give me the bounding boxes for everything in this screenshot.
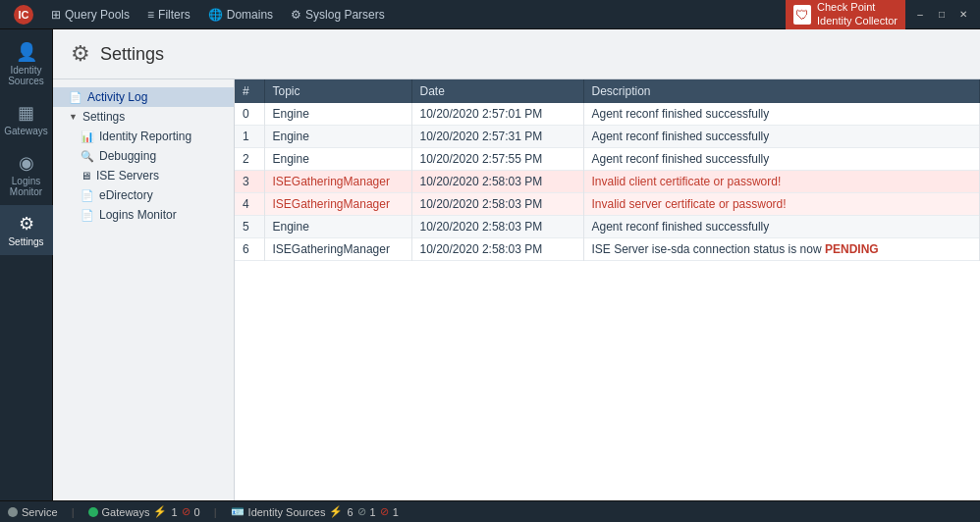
service-status-dot xyxy=(8,507,18,517)
sidebar-item-settings[interactable]: ⚙ Settings xyxy=(0,205,53,255)
table-row: 5Engine10/20/2020 2:58:03 PMAgent reconf… xyxy=(235,216,980,238)
statusbar: Service | Gateways ⚡ 1 ⊘ 0 | 🪪 Identity … xyxy=(0,500,980,522)
close-button[interactable]: ✕ xyxy=(953,4,974,26)
tree-item-logins-monitor[interactable]: 📄 Logins Monitor xyxy=(53,205,234,225)
table-row: 6ISEGatheringManager10/20/2020 2:58:03 P… xyxy=(235,238,980,261)
sidebar-item-logins-monitor[interactable]: ◉ Logins Monitor xyxy=(0,144,53,205)
table-row: 0Engine10/20/2020 2:57:01 PMAgent reconf… xyxy=(235,103,980,126)
tree-panel: 📄 Activity Log ▼ Settings 📊 Identity Rep… xyxy=(53,79,235,500)
cell-topic: Engine xyxy=(264,148,411,171)
cell-topic: ISEGatheringManager xyxy=(264,238,411,261)
cell-num: 5 xyxy=(235,216,264,238)
topbar-filters[interactable]: ≡ Filters xyxy=(139,5,198,25)
cell-date: 10/20/2020 2:57:01 PM xyxy=(411,103,583,126)
cell-date: 10/20/2020 2:58:03 PM xyxy=(411,238,583,261)
topbar: IC ⊞ Query Pools ≡ Filters 🌐 Domains ⚙ S… xyxy=(0,0,980,29)
col-header-topic: Topic xyxy=(264,79,411,103)
identity-block-icon: ⊘ xyxy=(380,505,389,518)
col-header-date: Date xyxy=(411,79,583,103)
identity-reporting-icon: 📊 xyxy=(81,130,94,143)
identity-lightning-icon: ⚡ xyxy=(329,505,343,518)
status-gateways: Gateways ⚡ 1 ⊘ 0 xyxy=(88,505,200,518)
tree-item-identity-reporting[interactable]: 📊 Identity Reporting xyxy=(53,127,234,146)
tree-item-ise-servers[interactable]: 🖥 ISE Servers xyxy=(53,166,234,185)
sidebar-nav: 👤 Identity Sources ▦ Gateways ◉ Logins M… xyxy=(0,29,53,500)
edirectory-icon: 📄 xyxy=(81,189,94,202)
cell-topic: ISEGatheringManager xyxy=(264,171,411,193)
table-row: 1Engine10/20/2020 2:57:31 PMAgent reconf… xyxy=(235,126,980,148)
cell-description: Agent reconf finished successfully xyxy=(583,216,980,238)
window-controls: – □ ✕ xyxy=(909,4,974,26)
query-pools-icon: ⊞ xyxy=(51,8,61,22)
topbar-domains[interactable]: 🌐 Domains xyxy=(200,5,281,25)
topbar-syslog-parsers[interactable]: ⚙ Syslog Parsers xyxy=(283,5,393,25)
log-table: # Topic Date Description 0Engine10/20/20… xyxy=(235,79,980,261)
table-row: 3ISEGatheringManager10/20/2020 2:58:03 P… xyxy=(235,171,980,193)
cell-num: 4 xyxy=(235,193,264,216)
gateways-icon: ▦ xyxy=(18,102,34,124)
topbar-left: IC ⊞ Query Pools ≡ Filters 🌐 Domains ⚙ S… xyxy=(6,2,393,27)
settings-icon: ⚙ xyxy=(19,213,34,235)
topbar-right: 🛡 Check Point Identity Collector – □ ✕ xyxy=(786,0,974,29)
identity-clock-icon: ⊘ xyxy=(357,505,366,518)
cell-num: 1 xyxy=(235,126,264,148)
status-identity-sources: 🪪 Identity Sources ⚡ 6 ⊘ 1 ⊘ 1 xyxy=(231,505,399,518)
activity-log-table: # Topic Date Description 0Engine10/20/20… xyxy=(235,79,980,500)
table-row: 4ISEGatheringManager10/20/2020 2:58:03 P… xyxy=(235,193,980,216)
tree-item-debugging[interactable]: 🔍 Debugging xyxy=(53,146,234,166)
domains-icon: 🌐 xyxy=(208,8,223,22)
identity-sources-icon: 👤 xyxy=(16,41,37,63)
cell-description: Invalid client certificate or password! xyxy=(583,171,980,193)
status-service: Service xyxy=(8,506,58,518)
cell-date: 10/20/2020 2:58:03 PM xyxy=(411,216,583,238)
identity-sources-status-icon: 🪪 xyxy=(231,505,245,518)
gateways-block-icon: ⊘ xyxy=(182,505,191,518)
cell-topic: Engine xyxy=(264,103,411,126)
cell-num: 0 xyxy=(235,103,264,126)
gateways-status-dot xyxy=(88,507,98,517)
sidebar-item-gateways[interactable]: ▦ Gateways xyxy=(0,94,53,144)
syslog-parsers-icon: ⚙ xyxy=(291,8,301,22)
status-separator-1: | xyxy=(72,506,75,518)
tree-item-activity-log[interactable]: 📄 Activity Log xyxy=(53,87,234,107)
cell-num: 2 xyxy=(235,148,264,171)
filters-icon: ≡ xyxy=(147,8,154,22)
cell-num: 3 xyxy=(235,171,264,193)
logins-monitor-icon: ◉ xyxy=(19,152,34,174)
cell-topic: Engine xyxy=(264,126,411,148)
cell-description: ISE Server ise-sda connection status is … xyxy=(583,238,980,261)
table-row: 2Engine10/20/2020 2:57:55 PMAgent reconf… xyxy=(235,148,980,171)
tree-item-edirectory[interactable]: 📄 eDirectory xyxy=(53,185,234,205)
content-area: ⚙ Settings 📄 Activity Log ▼ Settings 📊 I… xyxy=(53,29,980,500)
ise-servers-icon: 🖥 xyxy=(81,170,91,182)
col-header-description: Description xyxy=(583,79,980,103)
tree-item-settings-group[interactable]: ▼ Settings xyxy=(53,107,234,127)
main-area: 📄 Activity Log ▼ Settings 📊 Identity Rep… xyxy=(53,79,980,500)
activity-log-icon: 📄 xyxy=(69,91,82,104)
table-header-row: # Topic Date Description xyxy=(235,79,980,103)
page-title: Settings xyxy=(100,44,164,65)
app-logo-text: Check Point Identity Collector xyxy=(817,1,898,26)
restore-button[interactable]: □ xyxy=(931,4,953,26)
settings-header: ⚙ Settings xyxy=(53,29,980,79)
status-separator-2: | xyxy=(214,506,217,518)
settings-gear-icon: ⚙ xyxy=(71,41,90,67)
cell-description: Agent reconf finished successfully xyxy=(583,126,980,148)
cell-topic: ISEGatheringManager xyxy=(264,193,411,216)
minimize-button[interactable]: – xyxy=(909,4,931,26)
cell-date: 10/20/2020 2:58:03 PM xyxy=(411,171,583,193)
cell-topic: Engine xyxy=(264,216,411,238)
app-icon: IC xyxy=(6,2,41,27)
cell-num: 6 xyxy=(235,238,264,261)
expand-triangle-icon: ▼ xyxy=(69,112,78,122)
cell-description: Invalid server certificate or password! xyxy=(583,193,980,216)
gateways-lightning-icon: ⚡ xyxy=(153,505,167,518)
cell-date: 10/20/2020 2:57:31 PM xyxy=(411,126,583,148)
logins-monitor-tree-icon: 📄 xyxy=(81,209,94,222)
topbar-query-pools[interactable]: ⊞ Query Pools xyxy=(43,5,137,25)
cell-date: 10/20/2020 2:58:03 PM xyxy=(411,193,583,216)
col-header-num: # xyxy=(235,79,264,103)
sidebar-item-identity-sources[interactable]: 👤 Identity Sources xyxy=(0,33,53,94)
cell-description: Agent reconf finished successfully xyxy=(583,148,980,171)
app-logo: 🛡 Check Point Identity Collector xyxy=(786,0,905,29)
